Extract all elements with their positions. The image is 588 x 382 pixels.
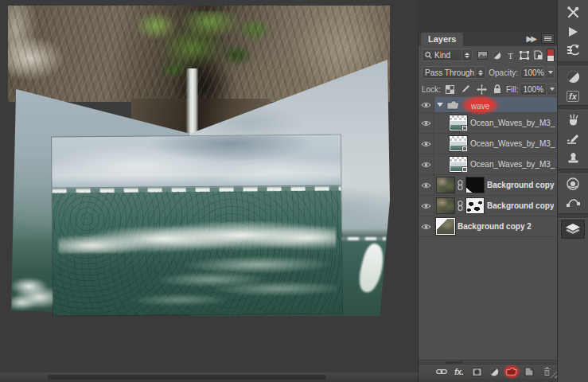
filter-type-layers-icon[interactable]: T	[506, 51, 515, 60]
layer-name: Background copy	[487, 201, 554, 210]
brush-presets-icon[interactable]	[561, 111, 585, 128]
fill-label: Fill:	[506, 85, 519, 94]
layer-thumbnail[interactable]	[437, 198, 454, 213]
layer-row-ocean-waves-1[interactable]: Ocean_Waves_by_M3_P...	[419, 113, 558, 134]
kind-filter-select[interactable]: Kind	[422, 49, 473, 61]
layers-bottom-toolbar: fx.	[419, 364, 558, 379]
layers-panel-icon[interactable]	[561, 220, 585, 239]
lock-transparency-icon[interactable]	[446, 85, 454, 94]
blend-mode-select[interactable]: Pass Through	[422, 66, 486, 79]
visibility-eye-icon[interactable]	[419, 196, 434, 216]
filter-adjustment-layers-icon[interactable]	[493, 51, 501, 60]
visibility-eye-icon[interactable]	[419, 216, 434, 236]
fill-value[interactable]: 100%	[520, 83, 547, 96]
layer-thumbnail[interactable]	[450, 136, 467, 151]
lock-position-icon[interactable]	[477, 84, 487, 95]
lock-row: Lock: Fill: 100%	[419, 81, 558, 97]
filtering-on-off-toggle[interactable]	[547, 49, 555, 62]
lock-pixels-brush-icon[interactable]	[461, 84, 470, 94]
front-photo-foam-streaks	[76, 252, 336, 312]
waterfall	[186, 68, 198, 140]
layer-row-background-copy[interactable]: Background copy	[419, 196, 558, 216]
new-adjustment-layer-icon[interactable]	[488, 366, 500, 377]
group-disclosure-triangle[interactable]	[437, 103, 443, 107]
layer-row-group-wave[interactable]: wave	[419, 97, 558, 113]
layer-list: wave Ocean_Waves_by_M3_P... Ocean_Waves_…	[419, 97, 558, 360]
opacity-label: Opacity:	[489, 68, 518, 77]
visibility-eye-icon[interactable]	[419, 175, 434, 195]
link-layers-icon[interactable]	[435, 366, 448, 377]
layer-thumbnail[interactable]	[437, 219, 454, 234]
mask-link-icon[interactable]	[458, 201, 463, 211]
document-canvas[interactable]	[0, 0, 418, 382]
dock-group-separator	[558, 213, 588, 219]
layer-row-background-copy-2[interactable]: Background copy 2	[419, 216, 558, 237]
ocean-photo-front	[52, 134, 342, 315]
panel-icon-dock: fx	[557, 0, 588, 382]
opacity-dropdown-arrow[interactable]	[547, 66, 555, 79]
visibility-eye-icon[interactable]	[419, 113, 434, 133]
visibility-eye-icon[interactable]	[419, 134, 434, 154]
filter-shape-layers-icon[interactable]	[520, 51, 529, 60]
new-group-icon[interactable]	[505, 366, 518, 377]
layer-mask-thumbnail[interactable]	[466, 198, 484, 213]
layers-panel: Layers ▶▶ Kind T Pass Throu	[418, 32, 558, 382]
search-icon	[425, 52, 432, 59]
layer-name: Background copy 3	[487, 181, 555, 189]
sphere-icon[interactable]	[561, 175, 585, 192]
layer-thumbnail[interactable]	[437, 177, 454, 193]
foliage-area	[111, 11, 290, 84]
smart-object-badge-icon	[461, 125, 468, 131]
dock-group-separator	[558, 169, 588, 174]
dock-group-separator	[558, 105, 588, 111]
svg-text:T: T	[508, 51, 513, 60]
lock-all-icon[interactable]	[493, 84, 501, 94]
dock-group-separator	[558, 61, 588, 67]
mask-link-icon[interactable]	[458, 180, 463, 190]
fill-dropdown-arrow[interactable]	[548, 83, 557, 96]
panel-column: Layers ▶▶ Kind T Pass Throu	[418, 0, 557, 382]
blend-mode-value: Pass Through	[425, 68, 474, 77]
photoshop-window: Layers ▶▶ Kind T Pass Throu	[0, 0, 588, 382]
scrollbar-handle[interactable]	[48, 375, 326, 380]
actions-play-icon[interactable]	[561, 23, 585, 40]
collapse-panel-icon[interactable]: ▶▶	[527, 34, 535, 43]
filter-pixel-layers-icon[interactable]	[477, 51, 488, 60]
crossed-tools-icon[interactable]	[561, 4, 585, 21]
layer-style-fx-icon[interactable]: fx.	[453, 366, 465, 377]
layer-row-ocean-waves-3[interactable]: Ocean_Waves_by_M3_P...	[419, 154, 558, 175]
opacity-value[interactable]: 100%	[520, 66, 544, 79]
tool-presets-icon[interactable]	[561, 131, 585, 147]
layer-row-background-copy-3[interactable]: Background copy 3	[419, 175, 558, 196]
select-arrows-icon	[475, 67, 483, 78]
layer-name: Ocean_Waves_by_M3_P...	[470, 160, 555, 169]
new-layer-icon[interactable]	[523, 366, 535, 377]
lock-label: Lock:	[422, 85, 441, 94]
clone-source-icon[interactable]	[561, 150, 585, 166]
red-annotation-circle: wave	[463, 97, 497, 113]
layer-row-ocean-waves-2[interactable]: Ocean_Waves_by_M3_P...	[419, 134, 558, 154]
layer-thumbnail[interactable]	[450, 115, 467, 131]
kind-filter-label: Kind	[434, 51, 450, 60]
layer-name: Background copy 2	[458, 222, 532, 231]
paths-pen-icon[interactable]	[561, 194, 585, 211]
panel-footer	[419, 379, 558, 382]
tab-layers[interactable]: Layers	[421, 33, 463, 46]
gorge-crevice	[164, 37, 243, 107]
blend-mode-row: Pass Through Opacity: 100%	[419, 64, 558, 81]
add-layer-mask-icon[interactable]	[470, 366, 483, 377]
adjustments-icon[interactable]	[561, 68, 585, 85]
panel-tab-bar: Layers ▶▶	[419, 32, 558, 46]
delete-layer-icon[interactable]	[540, 366, 553, 377]
layer-mask-thumbnail[interactable]	[466, 177, 484, 193]
front-photo-wave-foam	[58, 220, 336, 253]
panel-menu-icon[interactable]	[541, 33, 555, 44]
visibility-eye-icon[interactable]	[419, 154, 434, 174]
group-folder-icon	[446, 100, 460, 110]
layer-thumbnail[interactable]	[450, 157, 467, 172]
visibility-eye-icon[interactable]	[419, 97, 434, 112]
horizontal-scrollbar[interactable]	[0, 372, 418, 382]
history-icon[interactable]	[561, 42, 585, 59]
styles-fx-icon[interactable]: fx	[561, 88, 585, 104]
filter-smart-objects-icon[interactable]	[534, 50, 543, 60]
